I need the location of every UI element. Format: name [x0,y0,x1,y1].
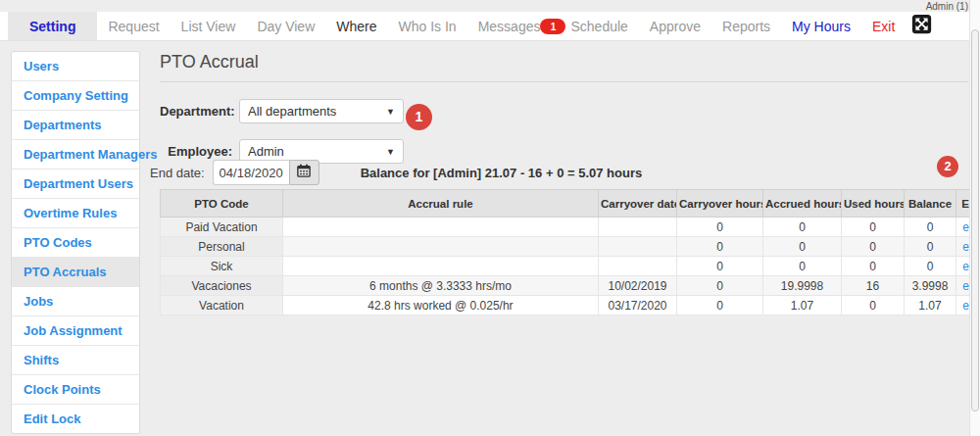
department-filter-row: Department: All departments ▼ [160,99,968,123]
cell-accrued-hours: 19.9998 [763,276,842,296]
sidebar-item-departments[interactable]: Departments [12,111,139,140]
fullscreen-icon [911,14,932,38]
cell-carryover-date: 10/02/2019 [599,276,677,296]
cell-used-hours: 0 [842,257,905,276]
sidebar-item-shifts[interactable]: Shifts [12,346,139,375]
pto-accrual-table: PTO Code Accrual rule Carryover date Car… [160,189,980,315]
col-header-carryover-date: Carryover date [599,190,677,218]
cell-carryover-date [599,257,677,276]
cell-used-hours: 16 [842,276,905,296]
cell-carryover-hours: 0 [677,237,763,257]
cell-accrual-rule: 42.8 hrs worked @ 0.025/hr [283,296,599,315]
cell-accrual-rule [283,237,599,257]
end-date-input[interactable] [213,160,289,185]
nav-tab-exit[interactable]: Exit [861,12,906,40]
top-navbar: Setting Request List View Day View Where… [0,12,980,41]
nav-tab-day-view[interactable]: Day View [246,12,325,40]
cell-carryover-hours: 0 [677,218,763,237]
cell-balance: 0 [905,257,956,276]
nav-tab-messages[interactable]: Messages 1 [467,12,561,40]
scrollbar-thumb[interactable] [971,29,979,412]
cell-accrued-hours: 0 [763,218,842,237]
sidebar-item-jobs[interactable]: Jobs [12,287,139,316]
chevron-down-icon: ▼ [386,147,395,157]
cell-balance: 0 [905,218,956,237]
employee-selected-value: Admin [248,144,284,159]
cell-carryover-hours: 0 [677,257,763,276]
cell-carryover-date: 03/17/2020 [599,296,677,315]
nav-tab-where[interactable]: Where [325,12,387,40]
cell-carryover-hours: 0 [677,276,763,296]
fullscreen-button[interactable] [906,12,938,40]
table-row: Paid Vacation 0 0 0 0 edit [161,218,980,237]
table-row: Vacaciones 6 months @ 3.3333 hrs/mo 10/0… [161,276,980,296]
sidebar-item-users[interactable]: Users [12,52,139,81]
calendar-icon [297,164,311,181]
department-select[interactable]: All departments ▼ [239,99,404,123]
nav-tab-my-hours[interactable]: My Hours [781,12,861,40]
col-header-used-hours: Used hours [842,190,905,218]
cell-pto-code: Vacaciones [161,276,283,296]
cell-pto-code: Sick [161,257,283,276]
nav-tab-schedule[interactable]: Schedule [560,12,638,40]
cell-carryover-date [599,218,677,237]
page-title: PTO Accrual [160,52,968,82]
chevron-down-icon: ▼ [386,107,395,117]
sidebar-item-pto-codes[interactable]: PTO Codes [12,228,139,258]
department-selected-value: All departments [248,104,336,119]
cell-accrued-hours: 1.07 [763,296,842,315]
col-header-accrued-hours: Accrued hours [763,190,842,218]
sidebar-item-department-users[interactable]: Department Users [12,170,139,199]
balance-summary-text: Balance for [Admin] 21.07 - 16 + 0 = 5.0… [361,166,643,180]
cell-accrued-hours: 0 [763,257,842,276]
settings-sidebar: Users Company Setting Departments Depart… [11,51,140,434]
table-row: Vacation 42.8 hrs worked @ 0.025/hr 03/1… [161,296,980,315]
cell-balance: 0 [905,237,956,257]
nav-tab-setting[interactable]: Setting [8,12,97,40]
end-date-row: End date: Balance for [Admin] 21.07 - 16… [150,160,642,185]
cell-accrual-rule: 6 months @ 3.3333 hrs/mo [283,276,599,296]
col-header-pto-code: PTO Code [161,190,283,218]
nav-tab-request[interactable]: Request [97,12,170,40]
nav-tab-reports[interactable]: Reports [711,12,781,40]
cell-carryover-hours: 0 [677,296,763,315]
calendar-picker-button[interactable] [289,160,319,185]
cell-pto-code: Vacation [161,296,283,315]
table-row: Personal 0 0 0 0 edit [161,237,980,257]
sidebar-item-clock-points[interactable]: Clock Points [12,375,139,405]
end-date-label: End date: [150,166,205,180]
cell-pto-code: Personal [161,237,283,257]
sidebar-item-job-assignment[interactable]: Job Assignment [12,316,139,346]
employee-label: Employee: [160,144,232,159]
cell-pto-code: Paid Vacation [161,218,283,237]
col-header-accrual-rule: Accrual rule [283,190,599,218]
sidebar-item-company-setting[interactable]: Company Setting [12,81,139,111]
annotation-step-2-badge: 2 [937,156,958,177]
cell-used-hours: 0 [842,237,905,257]
cell-balance: 1.07 [905,296,956,315]
logged-in-user-label: Admin (1) [926,1,968,12]
sidebar-item-edit-lock[interactable]: Edit Lock [12,405,139,433]
col-header-balance: Balance [905,190,956,218]
cell-carryover-date [599,237,677,257]
table-row: Sick 0 0 0 0 edit [161,257,980,276]
sidebar-item-overtime-rules[interactable]: Overtime Rules [12,199,139,228]
annotation-step-1-badge: 1 [406,104,432,130]
sidebar-item-pto-accruals[interactable]: PTO Accruals [12,258,139,287]
nav-tab-list-view[interactable]: List View [171,12,247,40]
cell-accrual-rule [283,257,599,276]
vertical-scrollbar [969,0,980,436]
cell-used-hours: 0 [842,296,905,315]
sidebar-item-department-managers[interactable]: Department Managers [12,140,139,170]
department-label: Department: [160,104,232,119]
table-header-row: PTO Code Accrual rule Carryover date Car… [161,190,980,218]
main-content: PTO Accrual Department: All departments … [160,52,968,164]
nav-tab-who-is-in[interactable]: Who Is In [388,12,467,40]
nav-tab-messages-label: Messages [478,19,541,34]
cell-used-hours: 0 [842,218,905,237]
cell-balance: 3.9998 [905,276,956,296]
top-strip: Admin (1) [0,0,980,12]
nav-tab-approve[interactable]: Approve [639,12,711,40]
cell-accrual-rule [283,218,599,237]
cell-accrued-hours: 0 [763,237,842,257]
